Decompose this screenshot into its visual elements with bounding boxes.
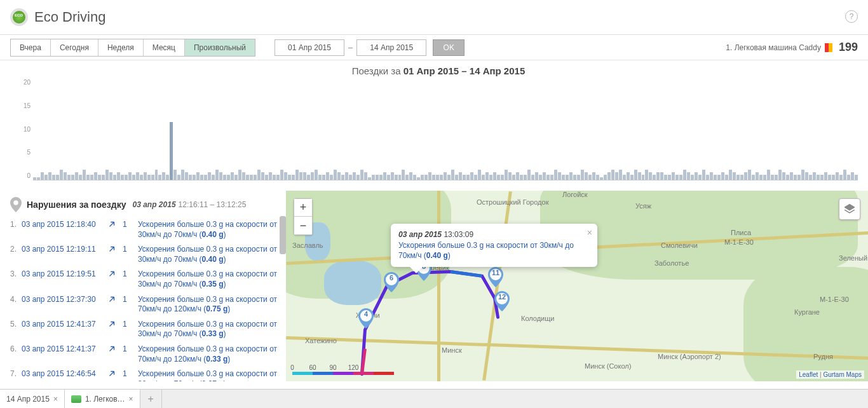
chart-bar[interactable] [440, 175, 443, 180]
chart-bar[interactable] [170, 122, 173, 180]
chart-bar[interactable] [398, 175, 402, 180]
chart-bar[interactable] [744, 172, 747, 180]
chart-bar[interactable] [656, 172, 660, 180]
chart-bar[interactable] [623, 175, 626, 180]
chart-bar[interactable] [52, 175, 55, 180]
chart-bar[interactable] [185, 172, 188, 180]
chart-bar[interactable] [702, 170, 705, 180]
chart-bar[interactable] [261, 172, 264, 180]
chart-bar[interactable] [44, 175, 48, 180]
chart-bar[interactable] [162, 172, 165, 180]
chart-bar[interactable] [86, 175, 90, 180]
chart-bar[interactable] [269, 172, 272, 180]
footer-tab[interactable]: 1. Легков…× [65, 390, 140, 408]
map-marker[interactable]: 11 [488, 267, 503, 287]
chart-bar[interactable] [432, 175, 435, 180]
chart-bar[interactable] [524, 175, 527, 180]
range-btn-0[interactable]: Вчера [11, 39, 51, 56]
range-btn-4[interactable]: Произвольный [185, 39, 255, 56]
chart-bar[interactable] [600, 177, 603, 180]
map-marker[interactable]: 4 [358, 308, 374, 329]
arrow-up-right-icon[interactable] [107, 220, 116, 229]
chart-bar[interactable] [223, 175, 226, 180]
chart-bar[interactable] [109, 172, 112, 180]
violation-time-link[interactable]: 03 апр 2015 12:19:51 [22, 269, 107, 278]
chart-bar[interactable] [341, 175, 344, 180]
chart-bar[interactable] [151, 175, 154, 180]
chart-bar[interactable] [645, 170, 648, 180]
date-from-input[interactable] [275, 39, 344, 56]
chart-bar[interactable] [231, 172, 234, 180]
chart-bar[interactable] [736, 175, 740, 180]
chart-bar[interactable] [801, 170, 804, 180]
chart-bar[interactable] [322, 175, 325, 180]
chart-bar[interactable] [136, 172, 139, 180]
chart-bar[interactable] [725, 175, 728, 180]
chart-bar[interactable] [710, 172, 713, 180]
chart-bar[interactable] [820, 175, 824, 180]
chart-bar[interactable] [402, 170, 405, 180]
help-icon[interactable]: ? [845, 10, 858, 23]
chart-bar[interactable] [299, 172, 302, 180]
chart-bar[interactable] [318, 175, 322, 180]
chart-bar[interactable] [512, 175, 515, 180]
chart-bar[interactable] [566, 175, 569, 180]
chart-bar[interactable] [672, 172, 675, 180]
chart-bar[interactable] [455, 175, 458, 180]
chart-bar[interactable] [687, 172, 690, 180]
violation-desc[interactable]: Ускорения больше 0.3 g на скорости от 70… [138, 295, 283, 315]
chart-bar[interactable] [242, 172, 245, 180]
chart-bar[interactable] [752, 175, 755, 180]
chart-bar[interactable] [246, 175, 249, 180]
chart-bar[interactable] [527, 170, 531, 180]
chart-bar[interactable] [775, 175, 778, 180]
map[interactable]: + − × 03 апр 2015 13:03:09 Ускорения бол… [286, 191, 868, 381]
chart-bar[interactable] [508, 172, 512, 180]
chart-bar[interactable] [797, 175, 801, 180]
chart-bar[interactable] [276, 175, 280, 180]
chart-bar[interactable] [181, 170, 184, 180]
add-tab-button[interactable]: + [140, 390, 162, 408]
chart-bar[interactable] [173, 170, 177, 180]
chart-bar[interactable] [215, 170, 219, 180]
chart-bar[interactable] [166, 175, 169, 180]
chart-bar[interactable] [794, 175, 797, 180]
chart-bar[interactable] [714, 175, 717, 180]
violation-desc[interactable]: Ускорения больше 0.3 g на скорости от 30… [138, 220, 283, 240]
chart-bar[interactable] [535, 172, 538, 180]
chart-bar[interactable] [41, 172, 44, 180]
chart-bar[interactable] [334, 170, 337, 180]
chart-bar[interactable] [485, 172, 489, 180]
chart-bar[interactable] [372, 175, 375, 180]
chart-bar[interactable] [592, 172, 595, 180]
chart-bar[interactable] [759, 175, 763, 180]
zoom-in-button[interactable]: + [294, 199, 312, 217]
close-icon[interactable]: × [53, 395, 58, 404]
chart-bar[interactable] [189, 175, 192, 180]
chart-bar[interactable] [117, 172, 120, 180]
scrollbar-thumb[interactable] [280, 216, 286, 254]
chart-bar[interactable] [619, 170, 622, 180]
chart-bar[interactable] [470, 172, 473, 180]
chart-bar[interactable] [219, 172, 222, 180]
violation-time-link[interactable]: 03 апр 2015 12:46:54 [22, 369, 107, 378]
chart-bar[interactable] [147, 175, 151, 180]
chart-bars[interactable] [33, 79, 858, 180]
chart-bar[interactable] [782, 172, 785, 180]
chart-bar[interactable] [554, 170, 557, 180]
chart-bar[interactable] [585, 172, 588, 180]
close-icon[interactable]: × [129, 395, 133, 404]
chart-bar[interactable] [824, 172, 827, 180]
gurtam-link[interactable]: Gurtam Maps [823, 371, 862, 378]
chart-bar[interactable] [778, 170, 782, 180]
chart-bar[interactable] [273, 175, 276, 180]
arrow-up-right-icon[interactable] [107, 320, 116, 329]
chart-bar[interactable] [790, 172, 793, 180]
chart-bar[interactable] [444, 172, 447, 180]
chart-bar[interactable] [436, 175, 439, 180]
chart-bar[interactable] [466, 175, 470, 180]
chart-bar[interactable] [653, 175, 656, 180]
chart-bar[interactable] [642, 175, 645, 180]
chart-bar[interactable] [706, 175, 709, 180]
chart-bar[interactable] [679, 175, 682, 180]
